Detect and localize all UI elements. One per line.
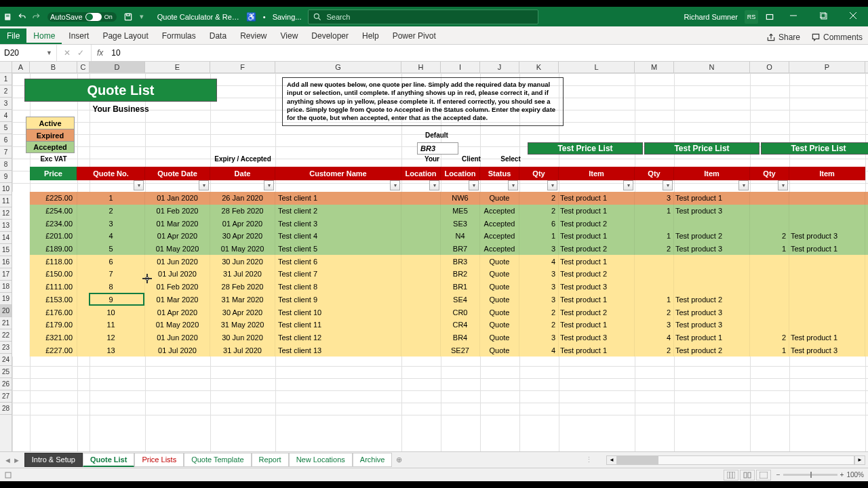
header-item[interactable]: Item	[789, 167, 865, 180]
row-header-1[interactable]: 1	[0, 73, 12, 85]
table-row[interactable]: £111.00801 Feb 202028 Feb 2020Test clien…	[12, 281, 868, 293]
row-header-27[interactable]: 27	[0, 390, 12, 403]
save-icon[interactable]	[123, 12, 133, 22]
row-header-15[interactable]: 15	[0, 244, 12, 256]
record-macro-icon[interactable]	[4, 471, 12, 479]
user-avatar[interactable]: RS	[745, 10, 758, 24]
tab-home[interactable]: Home	[26, 28, 62, 44]
tab-insert[interactable]: Insert	[62, 28, 96, 44]
tab-help[interactable]: Help	[355, 28, 386, 44]
sheet-tab-price-lists[interactable]: Price Lists	[134, 453, 184, 467]
hscroll-left[interactable]: ◄	[606, 455, 617, 465]
maximize-button[interactable]	[811, 7, 838, 26]
table-row[interactable]: £179.001101 May 202031 May 2020Test clie…	[12, 319, 868, 331]
row-header-8[interactable]: 8	[0, 159, 12, 171]
header-qty[interactable]: Qty	[635, 167, 674, 180]
table-row[interactable]: £118.00601 Jun 202030 Jun 2020Test clien…	[12, 255, 868, 268]
sheet-tab-quote-template[interactable]: Quote Template	[184, 453, 251, 467]
col-header-H[interactable]: H	[401, 62, 441, 73]
table-row[interactable]: £189.00501 May 202001 May 2020Test clien…	[12, 243, 868, 256]
tab-formulas[interactable]: Formulas	[155, 28, 203, 44]
row-header-24[interactable]: 24	[0, 354, 12, 366]
filter-M[interactable]	[663, 180, 673, 190]
view-page-layout[interactable]	[740, 470, 755, 481]
header-quote_no[interactable]: Quote No.	[77, 167, 145, 180]
header-status[interactable]: Status	[480, 167, 519, 180]
row-header-26[interactable]: 26	[0, 378, 12, 390]
row-header-28[interactable]: 28	[0, 403, 12, 415]
col-header-P[interactable]: P	[789, 62, 865, 73]
view-page-break[interactable]	[756, 470, 771, 481]
tab-power-pivot[interactable]: Power Pivot	[386, 28, 443, 44]
enter-icon[interactable]: ✓	[77, 48, 84, 58]
close-button[interactable]	[841, 7, 868, 26]
sheet-nav-prev[interactable]: ◄	[4, 456, 12, 464]
col-header-J[interactable]: J	[480, 62, 519, 73]
tab-developer[interactable]: Developer	[304, 28, 355, 44]
spreadsheet-grid[interactable]: ABCDEFGHIJKLMNOP 12345678910111213141516…	[0, 62, 868, 451]
table-row[interactable]: £254.00201 Feb 202028 Feb 2020Test clien…	[12, 205, 868, 218]
table-row[interactable]: £225.00101 Jan 202026 Jan 2020Test clien…	[12, 192, 868, 205]
row-header-11[interactable]: 11	[0, 195, 12, 207]
col-header-D[interactable]: D	[90, 62, 145, 73]
filter-E[interactable]	[199, 180, 209, 190]
row-header-23[interactable]: 23	[0, 342, 12, 354]
fx-icon[interactable]: fx	[92, 48, 108, 58]
row-header-3[interactable]: 3	[0, 98, 12, 110]
hscroll-right[interactable]: ►	[854, 455, 865, 465]
tab-file[interactable]: File	[0, 28, 26, 44]
col-header-E[interactable]: E	[145, 62, 210, 73]
header-item[interactable]: Item	[559, 167, 635, 180]
header-customer[interactable]: Customer Name	[275, 167, 401, 180]
col-header-C[interactable]: C	[77, 62, 90, 73]
col-header-F[interactable]: F	[210, 62, 275, 73]
col-header-N[interactable]: N	[674, 62, 750, 73]
table-row[interactable]: £176.001001 Apr 202030 Apr 2020Test clie…	[12, 306, 868, 319]
sheet-nav-next[interactable]: ►	[13, 456, 20, 464]
header-date[interactable]: Date	[210, 167, 275, 180]
col-header-O[interactable]: O	[750, 62, 789, 73]
col-header-M[interactable]: M	[635, 62, 674, 73]
filter-L[interactable]	[623, 180, 633, 190]
sheet-tab-archive[interactable]: Archive	[353, 453, 393, 467]
table-row[interactable]: £234.00301 Mar 202001 Apr 2020Test clien…	[12, 217, 868, 230]
row-header-19[interactable]: 19	[0, 293, 12, 305]
row-header-4[interactable]: 4	[0, 110, 12, 122]
table-row[interactable]: £153.00901 Mar 202031 Mar 2020Test clien…	[12, 293, 868, 306]
row-header-16[interactable]: 16	[0, 256, 12, 268]
filter-K[interactable]	[547, 180, 557, 190]
tab-page-layout[interactable]: Page Layout	[96, 28, 155, 44]
row-header-22[interactable]: 22	[0, 329, 12, 342]
username[interactable]: Richard Sumner	[684, 13, 738, 21]
row-header-17[interactable]: 17	[0, 268, 12, 281]
sheet-tab-intro-&-setup[interactable]: Intro & Setup	[24, 453, 83, 467]
row-header-5[interactable]: 5	[0, 122, 12, 134]
table-row[interactable]: £321.001201 Jun 202030 Jun 2020Test clie…	[12, 331, 868, 344]
row-header-21[interactable]: 21	[0, 317, 12, 329]
filter-H[interactable]	[429, 180, 439, 190]
row-header-18[interactable]: 18	[0, 281, 12, 293]
cancel-icon[interactable]: ✕	[64, 48, 71, 58]
header-qty[interactable]: Qty	[519, 167, 559, 180]
select-all-corner[interactable]	[0, 62, 12, 73]
col-header-K[interactable]: K	[519, 62, 559, 73]
filter-O[interactable]	[778, 180, 788, 190]
hscroll-track[interactable]	[617, 455, 854, 465]
table-row[interactable]: £201.00401 Apr 202030 Apr 2020Test clien…	[12, 230, 868, 243]
filter-I[interactable]	[469, 180, 479, 190]
autosave-toggle[interactable]: AutoSave On	[47, 12, 117, 22]
row-header-9[interactable]: 9	[0, 171, 12, 183]
col-header-L[interactable]: L	[559, 62, 635, 73]
header-location2[interactable]: Location	[441, 167, 480, 180]
formula-value[interactable]: 10	[108, 48, 123, 58]
add-sheet-button[interactable]: ⊕	[392, 455, 406, 464]
tab-view[interactable]: View	[274, 28, 305, 44]
col-header-B[interactable]: B	[30, 62, 77, 73]
header-price[interactable]: Price	[30, 167, 77, 180]
row-header-12[interactable]: 12	[0, 207, 12, 220]
sheet-tab-report[interactable]: Report	[252, 453, 289, 467]
accessibility-icon[interactable]: ♿	[246, 12, 256, 22]
sheet-tab-new-locations[interactable]: New Locations	[289, 453, 353, 467]
tab-review[interactable]: Review	[233, 28, 273, 44]
view-normal[interactable]	[724, 470, 738, 481]
